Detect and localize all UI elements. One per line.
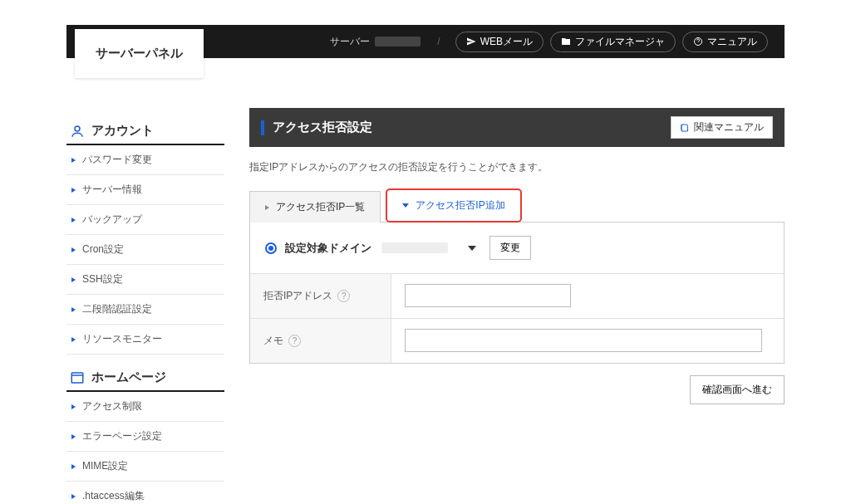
page-description: 指定IPアドレスからのアクセスの拒否設定を行うことができます。 <box>249 160 785 174</box>
tab-bar: アクセス拒否IP一覧 アクセス拒否IP追加 <box>249 188 785 223</box>
chevron-right-icon <box>71 188 76 193</box>
sidebar-item-label: リソースモニター <box>82 332 162 346</box>
book-icon <box>680 123 690 133</box>
question-icon <box>693 37 703 46</box>
page-header: アクセス拒否設定 関連マニュアル <box>249 108 785 147</box>
sidebar-item-label: Cron設定 <box>82 242 124 257</box>
chevron-right-icon <box>71 434 76 439</box>
tab-ip-list[interactable]: アクセス拒否IP一覧 <box>249 191 381 223</box>
sidebar-item-serverinfo[interactable]: サーバー情報 <box>66 175 224 204</box>
account-list: パスワード変更 サーバー情報 バックアップ Cron設定 SSH設定 二段階認証… <box>66 145 224 355</box>
chevron-right-icon <box>71 277 76 282</box>
sidebar-item-label: パスワード変更 <box>82 153 152 167</box>
chevron-right-icon <box>71 307 76 312</box>
chevron-right-icon <box>71 464 76 469</box>
sidebar-item-label: SSH設定 <box>82 272 123 286</box>
manual-label: マニュアル <box>707 35 757 49</box>
sidebar-item-label: サーバー情報 <box>82 183 142 197</box>
logo: サーバーパネル <box>75 29 204 78</box>
sidebar-item-cron[interactable]: Cron設定 <box>66 235 224 264</box>
form-panel: 設定対象ドメイン 変更 拒否IPアドレス ? メモ <box>249 223 785 364</box>
page-title: アクセス拒否設定 <box>273 120 671 135</box>
sidebar-item-label: バックアップ <box>82 213 142 227</box>
memo-row: メモ ? <box>250 319 784 363</box>
sidebar-item-ssh[interactable]: SSH設定 <box>66 265 224 294</box>
svg-point-1 <box>75 126 80 131</box>
sidebar-item-htaccess[interactable]: .htaccess編集 <box>66 482 224 504</box>
sidebar-category-account: アカウント <box>66 116 224 145</box>
top-bar: サーバーパネル サーバー / WEBメール ファイルマネージャ マニュアル <box>66 25 785 58</box>
help-icon[interactable]: ? <box>288 335 301 347</box>
file-manager-label: ファイルマネージャ <box>575 35 665 49</box>
tab-ip-add[interactable]: アクセス拒否IP追加 <box>386 188 521 223</box>
sidebar-item-error-page[interactable]: エラーページ設定 <box>66 422 224 451</box>
server-name-redacted <box>375 37 421 46</box>
sidebar-item-mime[interactable]: MIME設定 <box>66 452 224 481</box>
chevron-down-icon <box>402 203 409 208</box>
sidebar-item-2fa[interactable]: 二段階認証設定 <box>66 295 224 324</box>
sidebar-item-password[interactable]: パスワード変更 <box>66 145 224 174</box>
webmail-button[interactable]: WEBメール <box>455 32 544 52</box>
category-label: アカウント <box>91 123 154 139</box>
chevron-right-icon <box>71 158 76 163</box>
caret-down-icon <box>468 246 476 251</box>
homepage-list: アクセス制限 エラーページ設定 MIME設定 .htaccess編集 サイト転送… <box>66 392 224 504</box>
sidebar-item-access-limit[interactable]: アクセス制限 <box>66 392 224 421</box>
sidebar-item-label: 二段階認証設定 <box>82 302 152 316</box>
domain-label: 設定対象ドメイン <box>285 241 371 256</box>
separator: / <box>437 36 440 47</box>
sidebar-item-label: .htaccess編集 <box>82 489 145 503</box>
sidebar: アカウント パスワード変更 サーバー情報 バックアップ Cron設定 SSH設定… <box>66 108 224 504</box>
field-label-text: メモ <box>263 334 283 348</box>
sidebar-item-label: アクセス制限 <box>82 399 142 413</box>
file-manager-button[interactable]: ファイルマネージャ <box>550 32 676 52</box>
sidebar-item-label: MIME設定 <box>82 459 128 473</box>
window-icon <box>70 370 85 385</box>
field-label-text: 拒否IPアドレス <box>263 289 332 303</box>
proceed-button[interactable]: 確認画面へ進む <box>690 375 785 404</box>
paper-plane-icon <box>466 37 476 46</box>
chevron-right-icon <box>71 404 76 409</box>
ip-row: 拒否IPアドレス ? <box>250 274 784 319</box>
ip-label: 拒否IPアドレス ? <box>250 274 391 318</box>
radio-selected-icon[interactable] <box>265 242 277 254</box>
chevron-right-icon <box>71 247 76 252</box>
sidebar-category-homepage: ホームページ <box>66 363 224 392</box>
server-label: サーバー <box>330 35 370 49</box>
domain-select[interactable] <box>456 242 483 254</box>
tab-label: アクセス拒否IP一覧 <box>276 200 365 214</box>
action-bar: 確認画面へ進む <box>249 375 785 404</box>
webmail-label: WEBメール <box>480 35 533 49</box>
related-manual-label: 関連マニュアル <box>694 120 764 135</box>
chevron-right-icon <box>71 494 76 499</box>
change-button[interactable]: 変更 <box>489 236 531 260</box>
svg-rect-2 <box>71 373 83 383</box>
tab-label: アクセス拒否IP追加 <box>416 198 504 213</box>
main-content: アクセス拒否設定 関連マニュアル 指定IPアドレスからのアクセスの拒否設定を行う… <box>249 108 785 504</box>
sidebar-item-resource[interactable]: リソースモニター <box>66 325 224 354</box>
chevron-right-icon <box>71 337 76 342</box>
domain-value-redacted <box>381 242 448 253</box>
help-icon[interactable]: ? <box>337 290 350 302</box>
sidebar-item-label: エラーページ設定 <box>82 429 162 443</box>
related-manual-button[interactable]: 関連マニュアル <box>671 116 773 139</box>
memo-label: メモ ? <box>250 319 391 363</box>
chevron-right-icon <box>265 205 269 210</box>
manual-button[interactable]: マニュアル <box>682 32 768 52</box>
folder-icon <box>561 37 571 46</box>
category-label: ホームページ <box>91 369 166 385</box>
sidebar-item-backup[interactable]: バックアップ <box>66 205 224 234</box>
chevron-right-icon <box>71 218 76 223</box>
person-icon <box>70 124 85 139</box>
accent-stripe <box>261 120 264 135</box>
deny-ip-input[interactable] <box>405 284 571 307</box>
domain-row: 設定対象ドメイン 変更 <box>250 223 784 274</box>
memo-input[interactable] <box>405 329 762 352</box>
